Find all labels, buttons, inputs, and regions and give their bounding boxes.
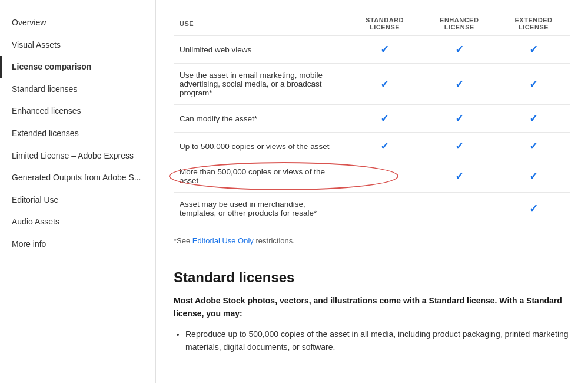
checkmark-icon: ✓: [380, 113, 389, 124]
table-cell-standard: ✓: [348, 64, 422, 105]
table-row: Unlimited web views✓✓✓: [174, 36, 570, 64]
table-row: Use the asset in email marketing, mobile…: [174, 64, 570, 105]
table-cell-enhanced: ✓: [422, 64, 497, 105]
sidebar-item-extended-licenses[interactable]: Extended licenses: [0, 123, 155, 145]
table-cell-enhanced: ✓: [422, 105, 497, 133]
col-header-standard: STANDARD LICENSE: [348, 12, 422, 36]
checkmark-icon: ✓: [455, 140, 464, 152]
checkmark-icon: ✓: [455, 170, 464, 182]
checkmark-icon: ✓: [455, 44, 464, 55]
table-cell-enhanced: [422, 193, 497, 225]
table-cell-use: Unlimited web views: [174, 36, 348, 64]
table-cell-extended: ✓: [497, 64, 570, 105]
checkmark-icon: ✓: [529, 140, 538, 152]
sidebar-item-enhanced-licenses[interactable]: Enhanced licenses: [0, 100, 155, 123]
table-cell-extended: ✓: [497, 105, 570, 133]
sidebar-item-audio-assets[interactable]: Audio Assets: [0, 211, 155, 233]
table-cell-use: Up to 500,000 copies or views of the ass…: [174, 133, 348, 160]
standard-licenses-section: Standard licenses Most Adobe Stock photo…: [174, 269, 570, 354]
table-cell-extended: ✓: [497, 160, 570, 193]
table-cell-use: Can modify the asset*: [174, 105, 348, 133]
footnote: *See Editorial Use Only restrictions.: [174, 236, 570, 245]
sidebar-item-license-comparison[interactable]: License comparison: [0, 56, 155, 78]
table-row: Asset may be used in merchandise, templa…: [174, 193, 570, 225]
table-cell-use: Asset may be used in merchandise, templa…: [174, 193, 348, 225]
table-cell-standard: ✓: [348, 36, 422, 64]
table-row: Can modify the asset*✓✓✓: [174, 105, 570, 133]
sidebar-item-editorial-use[interactable]: Editorial Use: [0, 189, 155, 212]
editorial-use-link[interactable]: Editorial Use Only: [192, 236, 254, 245]
checkmark-icon: ✓: [380, 78, 389, 90]
table-cell-standard: [348, 193, 422, 225]
sidebar-item-standard-licenses[interactable]: Standard licenses: [0, 78, 155, 101]
section-divider: [174, 257, 570, 257]
main-content: USE STANDARD LICENSE ENHANCED LICENSE EX…: [156, 0, 588, 383]
checkmark-icon: ✓: [529, 203, 538, 214]
table-row: Up to 500,000 copies or views of the ass…: [174, 133, 570, 160]
footnote-text: *See: [174, 236, 192, 245]
checkmark-icon: ✓: [529, 170, 538, 182]
footnote-suffix: restrictions.: [254, 236, 295, 245]
table-cell-enhanced: ✓: [422, 133, 497, 160]
table-cell-enhanced: ✓: [422, 36, 497, 64]
table-cell-extended: ✓: [497, 36, 570, 64]
sidebar: OverviewVisual AssetsLicense comparisonS…: [0, 0, 156, 383]
col-header-extended: EXTENDED LICENSE: [497, 12, 570, 36]
checkmark-icon: ✓: [529, 113, 538, 124]
col-header-enhanced: ENHANCED LICENSE: [422, 12, 497, 36]
table-cell-extended: ✓: [497, 193, 570, 225]
checkmark-icon: ✓: [455, 113, 464, 124]
section-intro: Most Adobe Stock photos, vectors, and il…: [174, 294, 570, 321]
sidebar-item-visual-assets[interactable]: Visual Assets: [0, 34, 155, 57]
checkmark-icon: ✓: [529, 44, 538, 55]
license-comparison-section: USE STANDARD LICENSE ENHANCED LICENSE EX…: [174, 12, 570, 245]
table-row: More than 500,000 copies or views of the…: [174, 160, 570, 193]
table-cell-standard: [348, 160, 422, 193]
list-item: Reproduce up to 500,000 copies of the as…: [185, 328, 570, 354]
sidebar-item-limited-license-adobe-express[interactable]: Limited License – Adobe Express: [0, 145, 155, 167]
page-container: OverviewVisual AssetsLicense comparisonS…: [0, 0, 588, 383]
sidebar-item-overview[interactable]: Overview: [0, 12, 155, 34]
table-cell-standard: ✓: [348, 133, 422, 160]
checkmark-icon: ✓: [529, 78, 538, 90]
table-cell-standard: ✓: [348, 105, 422, 133]
sidebar-item-generated-outputs[interactable]: Generated Outputs from Adobe S...: [0, 167, 155, 189]
table-header-row: USE STANDARD LICENSE ENHANCED LICENSE EX…: [174, 12, 570, 36]
col-header-use: USE: [174, 12, 348, 36]
checkmark-icon: ✓: [455, 78, 464, 90]
table-cell-enhanced: ✓: [422, 160, 497, 193]
checkmark-icon: ✓: [380, 44, 389, 55]
table-cell-use: Use the asset in email marketing, mobile…: [174, 64, 348, 105]
license-table: USE STANDARD LICENSE ENHANCED LICENSE EX…: [174, 12, 570, 224]
table-cell-use: More than 500,000 copies or views of the…: [174, 160, 348, 193]
table-cell-extended: ✓: [497, 133, 570, 160]
sidebar-item-more-info[interactable]: More info: [0, 233, 155, 256]
bullet-list: Reproduce up to 500,000 copies of the as…: [174, 328, 570, 354]
section-title: Standard licenses: [174, 269, 570, 286]
checkmark-icon: ✓: [380, 140, 389, 152]
